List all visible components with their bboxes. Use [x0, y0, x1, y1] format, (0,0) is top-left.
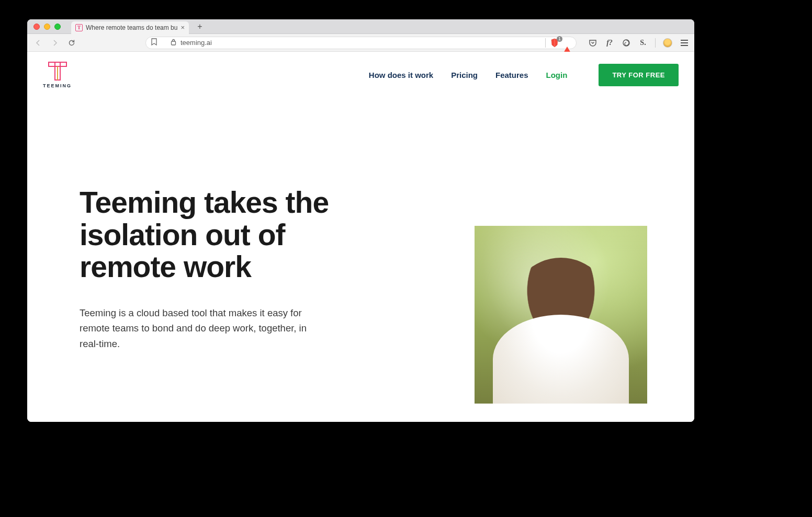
address-bar[interactable]: teeming.ai 1: [145, 37, 577, 49]
tab-close-icon[interactable]: ×: [181, 24, 185, 31]
nav-link-features[interactable]: Features: [495, 71, 528, 79]
cta-try-free-button[interactable]: TRY FOR FREE: [599, 64, 679, 86]
tab-title: Where remote teams do team bu: [86, 24, 177, 31]
divider: [545, 38, 546, 48]
page-content: TEEMING How does it work Pricing Feature…: [27, 52, 694, 422]
divider: [655, 38, 656, 48]
nav-forward-button[interactable]: [49, 37, 61, 49]
svg-rect-0: [172, 41, 176, 45]
svg-point-1: [623, 40, 629, 46]
window-close-button[interactable]: [33, 24, 40, 30]
extension-swirl-icon[interactable]: [622, 38, 631, 48]
shield-badge: 1: [557, 36, 562, 42]
hero-title: Teeming takes the isolation out of remot…: [80, 187, 373, 283]
svg-rect-2: [49, 62, 66, 66]
main-nav: How does it work Pricing Features Login …: [369, 64, 679, 86]
tab-favicon: T: [75, 24, 83, 31]
window-controls: [33, 24, 61, 30]
logo-mark-icon: [48, 61, 67, 81]
lock-icon: [171, 39, 176, 47]
brave-rewards-icon[interactable]: [563, 39, 571, 47]
pocket-icon[interactable]: [588, 38, 597, 48]
browser-tab[interactable]: T Where remote teams do team bu ×: [71, 21, 189, 34]
reload-button[interactable]: [66, 37, 77, 49]
toolbar-extensions: f? S.: [588, 38, 689, 48]
nav-link-pricing[interactable]: Pricing: [451, 71, 478, 79]
hero-subtitle: Teeming is a cloud based tool that makes…: [80, 305, 325, 352]
nav-back-button[interactable]: [32, 37, 44, 49]
url-text: teeming.ai: [181, 39, 212, 47]
bookmark-icon[interactable]: [151, 38, 157, 47]
tab-strip: T Where remote teams do team bu × +: [27, 19, 694, 34]
browser-toolbar: teeming.ai 1 f? S.: [27, 34, 694, 52]
window-zoom-button[interactable]: [54, 24, 61, 30]
hero-image: [475, 226, 647, 404]
site-header: TEEMING How does it work Pricing Feature…: [27, 52, 694, 98]
browser-window: T Where remote teams do team bu × +: [27, 19, 694, 422]
hero-section: Teeming takes the isolation out of remot…: [27, 98, 694, 404]
extension-s-icon[interactable]: S.: [638, 38, 648, 48]
new-tab-button[interactable]: +: [194, 21, 206, 32]
profile-avatar[interactable]: [663, 38, 672, 48]
hero-photo-placeholder: [475, 226, 647, 404]
brave-shield-icon[interactable]: 1: [550, 38, 559, 48]
menu-button[interactable]: [680, 38, 689, 48]
logo-text: TEEMING: [43, 83, 72, 88]
extension-f-icon[interactable]: f?: [605, 38, 614, 48]
nav-link-how[interactable]: How does it work: [369, 71, 433, 79]
site-logo[interactable]: TEEMING: [43, 61, 72, 88]
nav-link-login[interactable]: Login: [546, 71, 568, 79]
window-minimize-button[interactable]: [44, 24, 50, 30]
